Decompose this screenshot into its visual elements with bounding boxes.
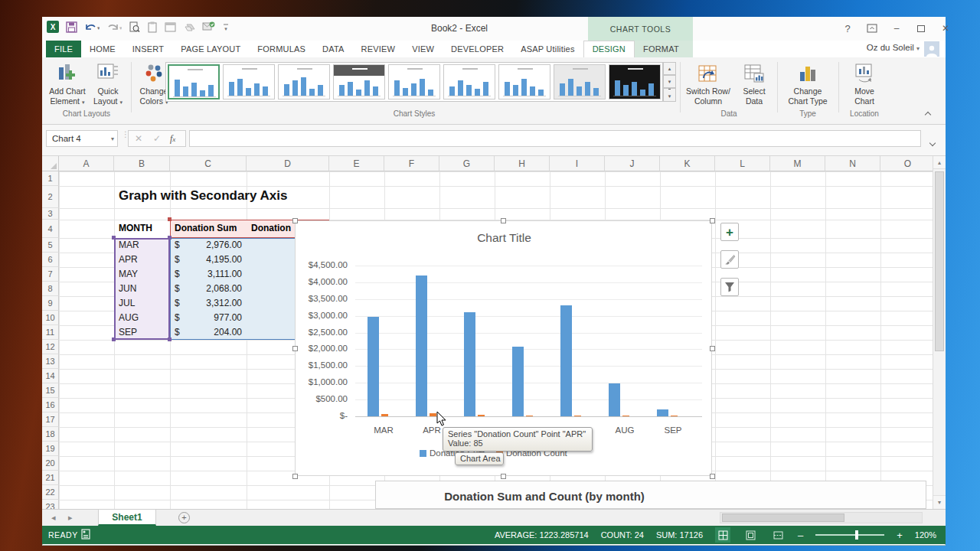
- row-header-11[interactable]: 11: [42, 325, 59, 340]
- column-header-J[interactable]: J: [605, 156, 660, 171]
- column-header-E[interactable]: E: [329, 156, 384, 171]
- bar-donation-sum-mar[interactable]: [368, 317, 379, 416]
- cell-month-AUG[interactable]: AUG: [119, 312, 165, 324]
- row-header-22[interactable]: 22: [42, 485, 59, 500]
- cell-amount-MAR[interactable]: 2,976.00: [176, 240, 242, 252]
- redo-icon[interactable]: ▾: [106, 21, 122, 36]
- column-header-M[interactable]: M: [770, 156, 825, 171]
- row-header-20[interactable]: 20: [42, 456, 59, 471]
- row-header-17[interactable]: 17: [42, 412, 59, 427]
- chart-style-thumb-8[interactable]: [554, 64, 606, 99]
- cell-month-MAY[interactable]: MAY: [119, 269, 165, 281]
- tab-insert[interactable]: INSERT: [124, 41, 172, 57]
- row-header-1[interactable]: 1: [42, 171, 59, 186]
- tab-file[interactable]: FILE: [46, 41, 81, 57]
- sheet-nav-next-icon[interactable]: ▸: [68, 513, 73, 523]
- chart-style-thumb-9[interactable]: [609, 64, 661, 99]
- insert-function-icon[interactable]: fx: [170, 133, 175, 145]
- row-header-9[interactable]: 9: [42, 296, 59, 311]
- chart-elements-button[interactable]: +: [720, 223, 739, 241]
- bar-donation-sum-may[interactable]: [464, 312, 475, 416]
- horizontal-scroll-thumb[interactable]: [722, 514, 844, 522]
- table-header-donation-sum[interactable]: Donation Sum: [175, 223, 247, 235]
- row-header-6[interactable]: 6: [42, 253, 59, 267]
- new-sheet-button[interactable]: +: [178, 512, 190, 523]
- column-header-A[interactable]: A: [59, 156, 114, 171]
- chart-selection-handle[interactable]: [501, 218, 506, 223]
- formula-bar-expand-icon[interactable]: [930, 135, 935, 148]
- cell-amount-AUG[interactable]: 977.00: [176, 312, 242, 324]
- row-header-18[interactable]: 18: [42, 427, 59, 442]
- cell-amount-SEP[interactable]: 204.00: [176, 327, 242, 339]
- normal-view-icon[interactable]: [715, 527, 730, 543]
- scroll-down-button[interactable]: ▾: [933, 495, 946, 508]
- tab-format[interactable]: FORMAT: [635, 41, 688, 57]
- chart-style-thumb-3[interactable]: [278, 64, 330, 99]
- cell-amount-APR[interactable]: 4,195.00: [176, 254, 242, 266]
- row-header-13[interactable]: 13: [42, 354, 59, 369]
- row-header-23[interactable]: 23: [42, 500, 59, 509]
- zoom-slider-thumb[interactable]: [855, 530, 858, 540]
- name-box-dropdown-icon[interactable]: ▾: [111, 135, 114, 142]
- send-check-icon[interactable]: [202, 21, 215, 35]
- row-header-21[interactable]: 21: [42, 471, 59, 485]
- table-header-month[interactable]: MONTH: [119, 223, 165, 235]
- bar-donation-count-may[interactable]: [478, 415, 485, 416]
- tab-asap-utilities[interactable]: ASAP Utilities: [512, 41, 583, 57]
- vertical-scrollbar[interactable]: ▴ ▾: [933, 156, 946, 509]
- row-header-19[interactable]: 19: [42, 442, 59, 456]
- row-header-8[interactable]: 8: [42, 282, 59, 296]
- column-header-K[interactable]: K: [660, 156, 715, 171]
- bar-donation-sum-apr[interactable]: [416, 276, 427, 416]
- name-box[interactable]: Chart 4 ▾: [46, 130, 118, 147]
- gallery-more-button[interactable]: ▾: [663, 88, 676, 102]
- row-header-7[interactable]: 7: [42, 267, 59, 282]
- column-header-N[interactable]: N: [825, 156, 880, 171]
- bar-donation-count-aug[interactable]: [622, 416, 629, 416]
- vertical-scroll-thumb[interactable]: [935, 171, 944, 351]
- cell-month-SEP[interactable]: SEP: [119, 327, 165, 339]
- bar-donation-count-jul[interactable]: [574, 416, 581, 416]
- gallery-scroll-up-button[interactable]: ▴: [663, 62, 676, 75]
- tab-design[interactable]: DESIGN: [583, 41, 635, 57]
- range-handle[interactable]: [112, 236, 116, 240]
- tab-home[interactable]: HOME: [81, 41, 124, 57]
- bar-donation-count-mar[interactable]: [381, 414, 388, 416]
- chart-selection-handle[interactable]: [292, 346, 298, 351]
- formula-input[interactable]: [189, 130, 921, 147]
- sheet-nav-prev-icon[interactable]: ◂: [51, 513, 56, 523]
- row-header-3[interactable]: 3: [42, 208, 59, 220]
- save-icon[interactable]: [66, 21, 77, 36]
- undo-icon[interactable]: ▾: [84, 21, 100, 36]
- column-header-L[interactable]: L: [715, 156, 770, 171]
- zoom-out-icon[interactable]: –: [798, 530, 803, 541]
- column-header-B[interactable]: B: [114, 156, 170, 171]
- minimize-button[interactable]: –: [887, 20, 906, 37]
- chart-style-thumb-7[interactable]: [498, 64, 550, 99]
- tab-data[interactable]: DATA: [314, 41, 353, 57]
- range-handle[interactable]: [168, 217, 172, 221]
- cancel-icon[interactable]: ✕: [135, 133, 142, 144]
- range-handle[interactable]: [112, 337, 116, 341]
- bar-donation-sum-jul[interactable]: [560, 305, 572, 416]
- form-window-icon[interactable]: [165, 21, 176, 35]
- chart-selection-handle[interactable]: [292, 474, 298, 479]
- print-preview-icon[interactable]: [129, 21, 140, 36]
- column-header-F[interactable]: F: [384, 156, 439, 171]
- tab-developer[interactable]: DEVELOPER: [443, 41, 512, 57]
- column-header-G[interactable]: G: [439, 156, 495, 171]
- second-chart-object[interactable]: Donation Sum and Count (by month): [375, 481, 926, 509]
- ribbon-collapse-icon[interactable]: [923, 106, 935, 117]
- bar-donation-count-jun[interactable]: [526, 416, 533, 416]
- chart-selection-handle[interactable]: [501, 474, 506, 479]
- row-header-4[interactable]: 4: [42, 220, 59, 238]
- chart-selection-handle[interactable]: [710, 474, 715, 479]
- column-header-H[interactable]: H: [495, 156, 550, 171]
- cell-month-MAR[interactable]: MAR: [119, 240, 165, 252]
- cell-amount-JUN[interactable]: 2,068.00: [176, 283, 242, 295]
- user-name[interactable]: Oz du Soleil ▾: [831, 43, 920, 52]
- bar-donation-sum-sep[interactable]: [657, 409, 668, 416]
- page-break-view-icon[interactable]: [770, 527, 786, 543]
- cell-amount-JUL[interactable]: 3,312.00: [176, 298, 242, 310]
- bar-donation-sum-aug[interactable]: [609, 383, 620, 416]
